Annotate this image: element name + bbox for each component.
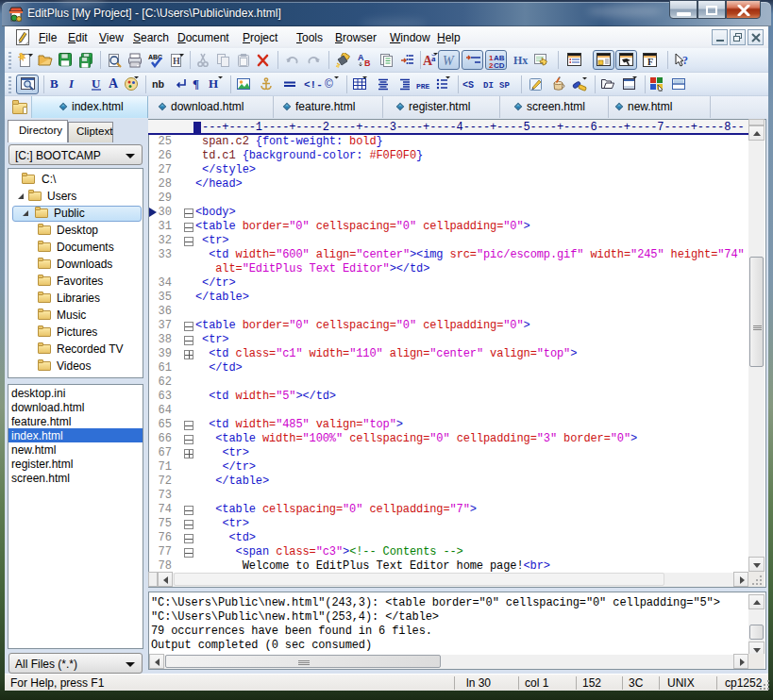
svg-text:B: B: [364, 58, 371, 68]
svg-text:PRE: PRE: [416, 82, 430, 91]
svg-text:Hx: Hx: [513, 54, 528, 67]
svg-text:©: ©: [325, 77, 333, 91]
svg-text:nb: nb: [152, 79, 165, 91]
svg-text:¶: ¶: [193, 76, 199, 91]
svg-text:<!-: <!-: [304, 79, 323, 91]
svg-text:B: B: [50, 76, 59, 91]
svg-text:<S: <S: [462, 80, 474, 91]
svg-text:DI: DI: [483, 81, 494, 91]
svg-text:SP: SP: [499, 81, 510, 91]
svg-text:?: ?: [682, 54, 688, 67]
svg-text:H: H: [209, 76, 218, 91]
svg-text:W: W: [443, 54, 455, 68]
svg-text:F: F: [647, 57, 653, 67]
svg-text:A: A: [358, 53, 364, 62]
svg-text:H: H: [173, 56, 180, 66]
svg-text:U: U: [92, 76, 101, 91]
svg-text:I: I: [69, 76, 75, 91]
svg-text:A: A: [109, 76, 119, 91]
svg-text:CD: CD: [494, 61, 505, 68]
